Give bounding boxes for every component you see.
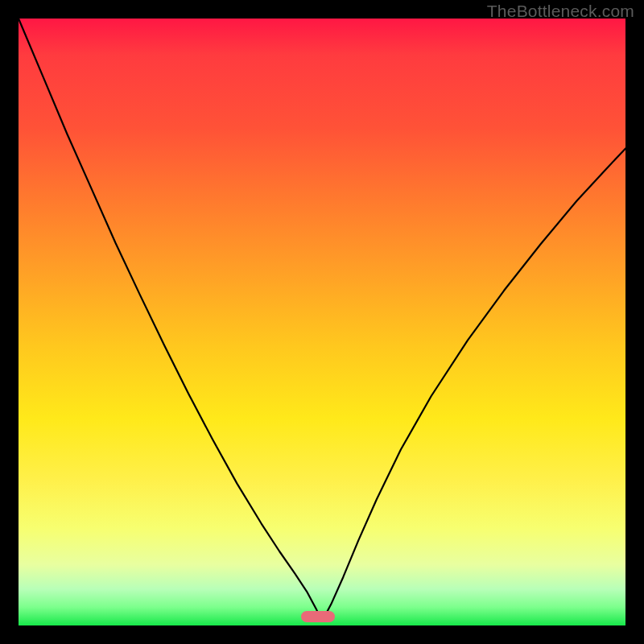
curve-path	[19, 19, 625, 621]
optimum-marker	[301, 611, 335, 622]
chart-frame: TheBottleneck.com	[0, 0, 644, 644]
watermark-text: TheBottleneck.com	[487, 2, 634, 21]
plot-area	[19, 19, 625, 625]
bottleneck-curve	[19, 19, 625, 625]
